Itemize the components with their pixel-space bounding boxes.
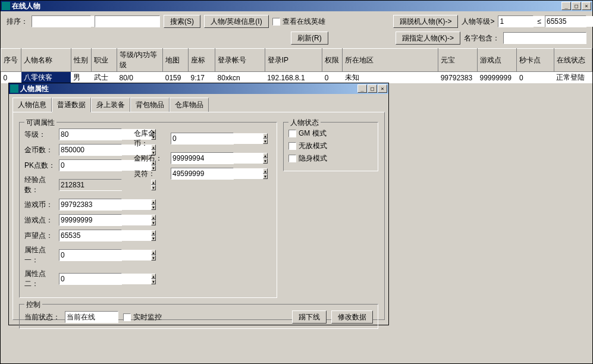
field-spinner[interactable]: ▲▼ xyxy=(59,128,122,140)
spinner-up-icon[interactable]: ▲ xyxy=(263,133,268,139)
refresh-button[interactable]: 刷新(R) xyxy=(291,32,328,45)
field-spinner[interactable]: ▲▼ xyxy=(59,159,122,171)
spinner-down-icon[interactable]: ▼ xyxy=(263,174,268,179)
kick-offline-button[interactable]: 踢脱机人物(K)-> xyxy=(393,15,458,28)
field-label: 仓库金币： xyxy=(134,128,167,149)
field-label: 属性点二： xyxy=(24,269,55,289)
table-cell: 0 xyxy=(1,72,21,84)
table-header[interactable]: 序号 xyxy=(1,49,21,72)
spinner-down-icon[interactable]: ▼ xyxy=(263,158,268,164)
field-input[interactable] xyxy=(171,168,263,179)
kick-offline-dialog-button[interactable]: 踢下线 xyxy=(292,310,327,324)
view-online-hero-label: 查看在线英雄 xyxy=(283,17,325,27)
view-online-hero-checkbox[interactable]: 查看在线英雄 xyxy=(272,17,325,27)
spinner-up-icon[interactable]: ▲ xyxy=(263,168,268,174)
table-header[interactable]: 等级/内功等级 xyxy=(117,49,163,72)
field-label: 灵符： xyxy=(134,169,167,179)
field-spinner[interactable]: ▲▼ xyxy=(59,249,122,261)
table-header[interactable]: 登录帐号 xyxy=(215,49,265,72)
checkbox-box[interactable] xyxy=(288,142,296,150)
status-checkbox[interactable]: GM 模式 xyxy=(288,128,373,139)
field-spinner[interactable]: ▲▼ xyxy=(59,144,122,156)
dialog-maximize-button[interactable]: □ xyxy=(368,84,377,93)
field-input[interactable] xyxy=(171,133,263,144)
checkbox-box[interactable] xyxy=(288,130,296,137)
table-header[interactable]: 地图 xyxy=(163,49,189,72)
online-table[interactable]: 序号人物名称性别职业等级/内功等级地图座标登录帐号登录IP权限所在地区元宝游戏点… xyxy=(1,48,592,83)
table-header[interactable]: 在线状态 xyxy=(554,49,592,72)
checkbox-box[interactable] xyxy=(123,313,131,321)
close-button[interactable]: × xyxy=(582,2,591,10)
field-input[interactable] xyxy=(171,153,263,164)
field-spinner[interactable]: ▲▼ xyxy=(171,152,234,164)
field-label: 属性点一： xyxy=(24,245,55,265)
dialog-close-button[interactable]: × xyxy=(378,84,387,93)
group-control-legend: 控制 xyxy=(24,300,42,310)
realtime-monitor-label: 实时监控 xyxy=(133,312,162,322)
field-label: 声望点： xyxy=(24,231,55,241)
level-max-spinner[interactable]: ▲▼ xyxy=(545,15,586,27)
table-header[interactable]: 性别 xyxy=(71,49,91,72)
dialog-minimize-button[interactable]: _ xyxy=(357,84,367,93)
field-spinner[interactable]: ▲▼ xyxy=(59,199,122,211)
realtime-monitor-checkbox[interactable]: 实时监控 xyxy=(123,312,162,322)
table-cell: 192.168.8.1 xyxy=(265,72,322,84)
checkbox-label: GM 模式 xyxy=(299,128,327,139)
field-spinner[interactable]: ▲▼ xyxy=(59,230,122,241)
checkbox-label: 无敌模式 xyxy=(299,141,327,151)
field-label: 游戏点： xyxy=(24,215,55,225)
table-header[interactable]: 游戏点 xyxy=(477,49,516,72)
field-label: PK点数： xyxy=(24,161,55,171)
spinner-down-icon[interactable]: ▼ xyxy=(263,139,268,144)
level-min-spinner[interactable]: ▲▼ xyxy=(498,15,534,27)
name-contains-input[interactable] xyxy=(503,32,586,44)
tab-3[interactable]: 背包物品 xyxy=(130,98,170,112)
field-label: 金刚石： xyxy=(134,153,167,164)
field-label: 等级： xyxy=(24,130,55,140)
tab-1[interactable]: 普通数据 xyxy=(52,98,91,112)
tab-4[interactable]: 仓库物品 xyxy=(170,98,209,112)
tab-0[interactable]: 人物信息 xyxy=(12,98,52,112)
table-cell: 武士 xyxy=(92,72,117,84)
field-spinner[interactable]: ▲▼ xyxy=(171,168,234,180)
level-label: 人物等级> xyxy=(462,17,494,27)
table-header[interactable]: 座标 xyxy=(189,49,215,72)
table-header[interactable]: 元宝 xyxy=(438,49,478,72)
maximize-button[interactable]: □ xyxy=(572,2,581,10)
level-max-input[interactable] xyxy=(545,16,593,27)
search-input[interactable] xyxy=(95,15,160,27)
spinner-up-icon[interactable]: ▲ xyxy=(263,153,268,158)
toolbar: 排序： ▼ 搜索(S) 人物/英雄信息(I) 查看在线英雄 踢脱机人物(K)->… xyxy=(1,11,592,48)
field-spinner[interactable]: ▲▼ xyxy=(171,133,234,145)
group-status: 人物状态 GM 模式无敌模式隐身模式 xyxy=(283,122,378,171)
minimize-button[interactable]: _ xyxy=(561,2,571,10)
table-row[interactable]: 0八零侠客男武士80/001599:1780xkcn192.168.8.10未知… xyxy=(1,72,592,84)
table-header[interactable]: 秒卡点 xyxy=(517,49,554,72)
status-checkbox[interactable]: 无敌模式 xyxy=(288,141,373,151)
table-header[interactable]: 登录IP xyxy=(265,49,322,72)
status-checkbox[interactable]: 隐身模式 xyxy=(288,153,373,164)
main-title: 在线人物 xyxy=(12,1,561,11)
table-header[interactable]: 人物名称 xyxy=(21,49,71,72)
table-header[interactable]: 权限 xyxy=(322,49,343,72)
group-status-legend: 人物状态 xyxy=(288,118,321,128)
hero-info-button[interactable]: 人物/英雄信息(I) xyxy=(204,15,269,28)
search-button[interactable]: 搜索(S) xyxy=(164,15,200,28)
modify-data-button[interactable]: 修改数据 xyxy=(331,310,373,324)
sort-combo[interactable]: ▼ xyxy=(32,15,91,27)
field-spinner[interactable]: ▲▼ xyxy=(59,179,122,191)
table-header[interactable]: 所在地区 xyxy=(343,49,438,72)
table-cell: 0 xyxy=(517,72,554,84)
tab-2[interactable]: 身上装备 xyxy=(91,98,130,112)
group-control: 控制 当前状态： 实时监控 踢下线 修改数据 xyxy=(19,304,378,329)
checkbox-box[interactable] xyxy=(288,155,296,162)
current-status-field[interactable] xyxy=(65,311,118,323)
table-cell: 9:17 xyxy=(189,72,215,84)
table-header[interactable]: 职业 xyxy=(92,49,117,72)
tabcontrol: 人物信息普通数据身上装备背包物品仓库物品 可调属性 等级：▲▼金币数：▲▼PK点… xyxy=(12,98,385,320)
kick-specific-button[interactable]: 踢指定人物(K)-> xyxy=(396,32,460,45)
field-spinner[interactable]: ▲▼ xyxy=(59,214,122,226)
checkbox-box[interactable] xyxy=(272,18,280,26)
field-spinner[interactable]: ▲▼ xyxy=(59,273,122,285)
table-cell: 80xkcn xyxy=(215,72,265,84)
